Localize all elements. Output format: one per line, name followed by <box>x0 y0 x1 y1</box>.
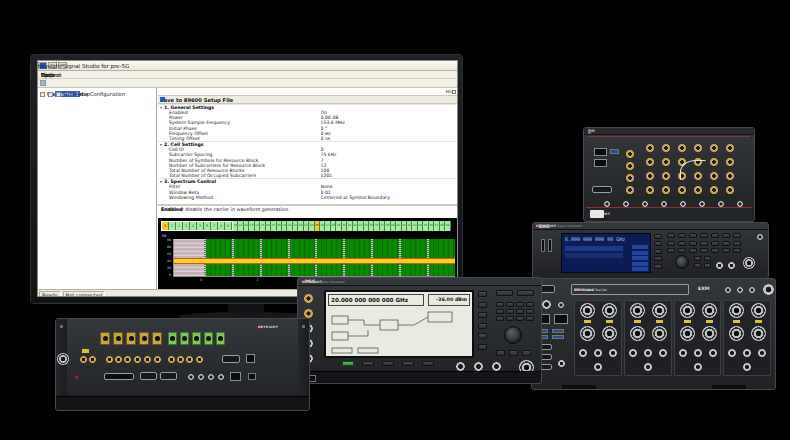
n-connector <box>580 303 595 318</box>
bnc-connector <box>694 349 702 357</box>
subframe-cell-2[interactable]: 2 <box>176 222 183 230</box>
bnc-connector <box>304 294 313 303</box>
coax-cable <box>680 160 706 180</box>
subframe-cell-8[interactable]: 8 <box>218 222 225 230</box>
keypad-button <box>496 309 504 314</box>
module-port <box>246 354 255 363</box>
sma-connector <box>710 172 718 180</box>
bnc-connector <box>492 362 501 371</box>
subframe-cell-9[interactable]: 9 <box>225 222 232 230</box>
usb-port <box>610 149 619 154</box>
sma-connector <box>710 144 718 152</box>
configuration-tree: HardwareInstrumentWaveform SetupCarrier … <box>38 88 157 289</box>
green-io-connector <box>216 332 225 345</box>
preset-button <box>342 361 354 366</box>
sma-connector <box>626 150 634 158</box>
aux-connector <box>208 374 214 380</box>
subframe-cell-3[interactable]: 3 <box>183 222 190 230</box>
n-connector <box>751 303 766 318</box>
hide-checkbox[interactable] <box>452 90 456 94</box>
help-icon[interactable] <box>40 80 46 86</box>
exm-top-row: ✱ KEYSIGHT EXM Wireless Test Set E6640A … <box>535 282 772 297</box>
arrow-button <box>522 350 531 356</box>
warning-label <box>755 320 762 323</box>
key-button <box>689 241 697 246</box>
awg-module-unit: ✱ ✱ KEYSIGHT <box>55 318 310 411</box>
prop-value[interactable]: 0 ns <box>321 136 458 141</box>
softkey-button <box>654 256 662 261</box>
sma-connector <box>646 172 654 180</box>
warning-label <box>584 320 591 323</box>
subframe-cell-49[interactable]: 49 <box>445 221 450 231</box>
keypad-button <box>526 309 534 314</box>
n-connector <box>702 303 717 318</box>
softkey-button <box>654 241 662 246</box>
bnc-connector <box>728 349 736 357</box>
key-button <box>704 256 711 261</box>
toolbar <box>38 79 457 88</box>
subframe-cell-0[interactable]: 0 <box>162 222 169 230</box>
connector-bore <box>129 336 134 341</box>
subframe-cell-6[interactable]: 6 <box>204 222 211 230</box>
sma-connector <box>662 158 670 166</box>
softkey-button <box>478 344 487 350</box>
key-button <box>722 241 730 246</box>
sma-connector <box>168 356 175 363</box>
menu-button <box>422 361 434 366</box>
pxi-bottom-rail: ✱ KEYSIGHT <box>586 207 752 219</box>
rf-output-connector <box>743 257 755 269</box>
save-setup-bar[interactable]: Save to 89600 Setup File <box>158 96 458 104</box>
signal-studio-window: Keysight Signal Studio for pre-5G —□✕ Fi… <box>37 60 458 297</box>
prop-value[interactable]: Centered at Symbol Boundary <box>321 195 458 200</box>
filter-bar: Hide <box>158 88 458 96</box>
n-connector <box>602 326 617 341</box>
sma-connector <box>626 174 634 182</box>
subframe-cell-5[interactable]: 5 <box>197 222 204 230</box>
keypad-button <box>516 302 524 307</box>
n-connector <box>680 303 695 318</box>
indicator-dots <box>725 286 765 294</box>
ethernet-port <box>594 159 607 167</box>
prop-name: Total Number of Occupied Subcarriers <box>158 173 321 178</box>
n-connector <box>630 303 645 318</box>
prop-windowing-method: Windowing MethodCentered at Symbol Bound… <box>158 195 458 200</box>
tree-item-subframe-configuration[interactable]: Subframe Configuration <box>38 90 125 98</box>
menu-bar: FileControlSystemToolsHelp <box>38 71 457 79</box>
bnc-connector <box>644 363 652 371</box>
subframe-cell-7[interactable]: 7 <box>211 222 218 230</box>
keypad-button <box>496 302 504 307</box>
sma-connector <box>710 158 718 166</box>
gold-io-connector <box>139 332 149 345</box>
sma-connector <box>678 186 686 194</box>
sma-connector <box>662 172 670 180</box>
bnc-connector <box>644 349 652 357</box>
bnc-connector <box>716 262 723 269</box>
prop-value[interactable]: 1201 <box>321 173 458 178</box>
keysight-spark-icon: ✱ <box>74 375 78 380</box>
usb-port <box>552 329 564 333</box>
key-button <box>722 233 730 238</box>
keypad-button <box>516 309 524 314</box>
tree-label: Subframe Configuration <box>63 91 125 97</box>
subframe-cell-4[interactable]: 4 <box>190 222 197 230</box>
bnc-connector <box>743 349 751 357</box>
exm-nameplate: ✱ KEYSIGHT EXM Wireless Test Set E6640A <box>571 284 689 295</box>
subframe-cell-1[interactable]: 1 <box>169 222 176 230</box>
bnc-connector <box>728 262 735 269</box>
pxi-chassis: PXI ✱ KEYSIGHT <box>583 127 755 222</box>
sma-connector <box>678 144 686 152</box>
n-connector <box>580 326 595 341</box>
connector-bore <box>155 336 160 341</box>
subframe-group-10-49: 1011121314151617181920212223242526272829… <box>233 221 456 231</box>
key-button <box>711 233 719 238</box>
menu-help[interactable]: Help <box>41 72 54 78</box>
subframe-group-0-9: 0123456789 <box>161 221 233 231</box>
key-button <box>700 248 708 253</box>
sma-connector <box>694 186 702 194</box>
key-button <box>733 241 741 246</box>
warning-label <box>733 320 740 323</box>
y-tick: 20 <box>167 267 171 270</box>
n-connector <box>652 326 667 341</box>
prop-name: Windowing Method <box>158 195 321 200</box>
bnc-connector <box>609 349 617 357</box>
